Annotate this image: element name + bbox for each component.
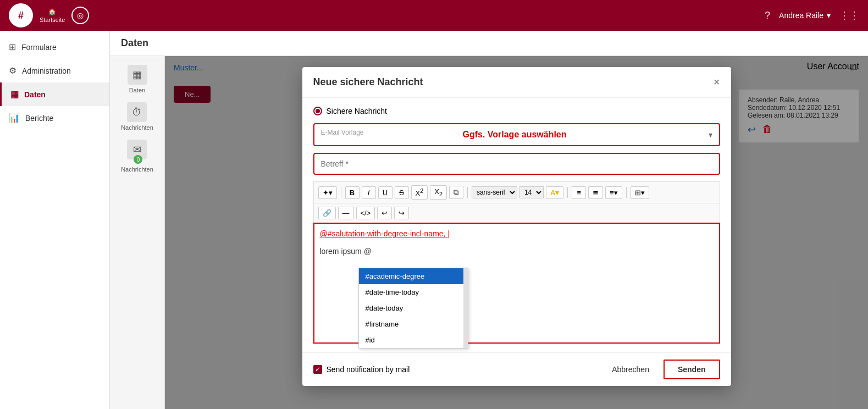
sidebar-item-berichte[interactable]: 📊 Berichte	[0, 106, 109, 130]
help-icon[interactable]: ?	[765, 10, 770, 21]
radio-option: Sichere Nachricht	[313, 107, 720, 115]
underline-button[interactable]: U	[378, 186, 392, 199]
panel-item-daten[interactable]: ▦ Daten	[128, 65, 147, 93]
magic-button[interactable]: ✦▾	[318, 186, 337, 199]
footer-buttons: Abbrechen Senden	[603, 360, 720, 379]
sidebar-item-administration[interactable]: ⚙ Administration	[0, 59, 109, 82]
send-notification-label: Send notification by mail	[327, 365, 410, 374]
content-title: Daten	[121, 37, 148, 48]
autocomplete-item-2[interactable]: #date-today	[359, 300, 468, 316]
font-color-button[interactable]: A▾	[546, 186, 563, 199]
editor-toolbar-2: 🔗 — </> ↩ ↪	[313, 203, 720, 223]
panel-nachrichten-label1: Nachrichten	[121, 124, 153, 131]
modal-body[interactable]: Sichere Nachricht E-Mail Vorlage Ggfs. V…	[302, 98, 731, 352]
editor-toolbar: ✦▾ B I U S X2 X2 ⧉	[313, 181, 720, 203]
autocomplete-dropdown: #academic-degree #date-time-today #date-…	[358, 268, 468, 349]
editor-line2-wrapper: lorem ipsum @	[320, 247, 714, 256]
autocomplete-item-4[interactable]: #id	[359, 332, 468, 348]
navbar-left: # 🏠 Startseite ◎	[9, 3, 89, 27]
app-logo[interactable]: #	[9, 3, 33, 27]
template-label: E-Mail Vorlage	[321, 129, 364, 136]
panel-item-nachrichten2[interactable]: ✉ 0 Nachrichten	[121, 140, 153, 173]
toolbar-sep-4	[626, 187, 627, 198]
modal-footer: ✓ Send notification by mail Abbrechen Se…	[302, 352, 731, 386]
navbar-right: ? Andrea Raile ▾ ⋮⋮	[765, 9, 859, 21]
redo-button[interactable]: ↪	[394, 207, 409, 219]
cancel-button[interactable]: Abbrechen	[603, 361, 658, 378]
berichte-icon: 📊	[9, 113, 20, 123]
italic-button[interactable]: I	[362, 186, 376, 199]
font-size-select[interactable]: 14	[519, 186, 544, 198]
send-button[interactable]: Senden	[664, 360, 720, 379]
panel-daten-label: Daten	[129, 87, 145, 93]
template-hint: Ggfs. Vorlage auswählen	[321, 130, 709, 140]
panel-mail-wrapper: ✉ 0	[127, 140, 147, 164]
autocomplete-scrollbar	[463, 268, 468, 348]
link-button[interactable]: 🔗	[318, 207, 336, 219]
modal-title: Neue sichere Nachricht	[313, 76, 423, 88]
checkbox-check-icon: ✓	[315, 366, 320, 373]
daten-icon: ▦	[10, 89, 19, 100]
modal-overlay: Neue sichere Nachricht × Sichere Nachric…	[165, 56, 868, 409]
nav-circle-icon: ◎	[77, 11, 84, 20]
template-dropdown[interactable]: E-Mail Vorlage Ggfs. Vorlage auswählen ▾	[313, 123, 720, 146]
panel-nachrichten-icon1: ⏱	[127, 102, 147, 122]
superscript-button[interactable]: X2	[411, 185, 428, 200]
autocomplete-item-1[interactable]: #date-time-today	[359, 284, 468, 300]
nachrichten-badge: 0	[134, 155, 142, 164]
panel-nachrichten-label2: Nachrichten	[121, 166, 153, 173]
left-panel: ▦ Daten ⏱ Nachrichten ✉ 0 Nachrichten	[110, 56, 165, 409]
copy-button[interactable]: ⧉	[449, 186, 463, 199]
hr-button[interactable]: —	[338, 207, 354, 219]
radio-button[interactable]	[313, 107, 322, 115]
template-arrow-icon: ▾	[709, 130, 712, 139]
formulare-icon: ⊞	[9, 42, 16, 52]
autocomplete-item-0[interactable]: #academic-degree	[359, 268, 468, 284]
table-button[interactable]: ⊞▾	[631, 186, 649, 199]
content-header: Daten	[110, 31, 868, 56]
autocomplete-item-3[interactable]: #firstname	[359, 316, 468, 332]
user-name: Andrea Raile	[779, 11, 823, 20]
right-panel: Muster... Ne... ← User Account Absender:…	[165, 56, 868, 409]
ordered-list-button[interactable]: ≣	[588, 186, 603, 199]
content-area: Daten ▦ Daten ⏱ Nachrichten ✉ 0	[110, 31, 868, 409]
editor-lorem: lorem ipsum @	[320, 247, 372, 256]
subscript-button[interactable]: X2	[430, 185, 447, 200]
send-notification-checkbox-label[interactable]: ✓ Send notification by mail	[313, 365, 410, 374]
code-button[interactable]: </>	[356, 207, 375, 219]
editor-line1: @#salutation-with-degree-incl-name, |	[320, 229, 714, 238]
sidebar-item-formulare[interactable]: ⊞ Formulare	[0, 35, 109, 59]
home-nav[interactable]: 🏠 Startseite	[40, 8, 65, 23]
apps-icon[interactable]: ⋮⋮	[839, 9, 859, 21]
editor-salutation: @#salutation-with-degree-incl-name,	[320, 229, 446, 238]
home-icon: 🏠	[48, 8, 56, 15]
sidebar: ⊞ Formulare ⚙ Administration ▦ Daten 📊 B…	[0, 31, 110, 409]
toolbar-sep-2	[467, 187, 468, 198]
radio-label: Sichere Nachricht	[327, 107, 388, 115]
panel-daten-icon: ▦	[128, 65, 147, 85]
bold-button[interactable]: B	[345, 186, 360, 199]
font-family-select[interactable]: sans-serif	[472, 186, 517, 198]
strikethrough-button[interactable]: S	[395, 186, 409, 199]
panel-nachrichten-wrapper: ⏱	[127, 102, 147, 122]
modal-close-button[interactable]: ×	[714, 76, 720, 89]
unordered-list-button[interactable]: ≡	[572, 186, 586, 199]
undo-button[interactable]: ↩	[377, 207, 392, 219]
panel-item-nachrichten1[interactable]: ⏱ Nachrichten	[121, 102, 153, 131]
sidebar-item-daten[interactable]: ▦ Daten	[0, 82, 109, 106]
toolbar-sep-3	[567, 187, 568, 198]
administration-icon: ⚙	[9, 65, 16, 76]
align-button[interactable]: ≡▾	[605, 186, 622, 199]
radio-dot-inner	[316, 109, 320, 113]
sub-content: ▦ Daten ⏱ Nachrichten ✉ 0 Nachrichten	[110, 56, 868, 409]
subject-input[interactable]	[313, 153, 720, 175]
navbar: # 🏠 Startseite ◎ ? Andrea Raile ▾ ⋮⋮	[0, 0, 868, 31]
editor-cursor: |	[447, 229, 450, 238]
modal-dialog: Neue sichere Nachricht × Sichere Nachric…	[302, 67, 731, 386]
modal-header: Neue sichere Nachricht ×	[302, 67, 731, 98]
toolbar-sep-1	[341, 187, 341, 198]
user-menu[interactable]: Andrea Raile ▾	[779, 11, 831, 20]
user-dropdown-icon: ▾	[827, 11, 831, 20]
nav-circle[interactable]: ◎	[71, 7, 89, 24]
editor-area[interactable]: @#salutation-with-degree-incl-name, | lo…	[313, 223, 720, 344]
